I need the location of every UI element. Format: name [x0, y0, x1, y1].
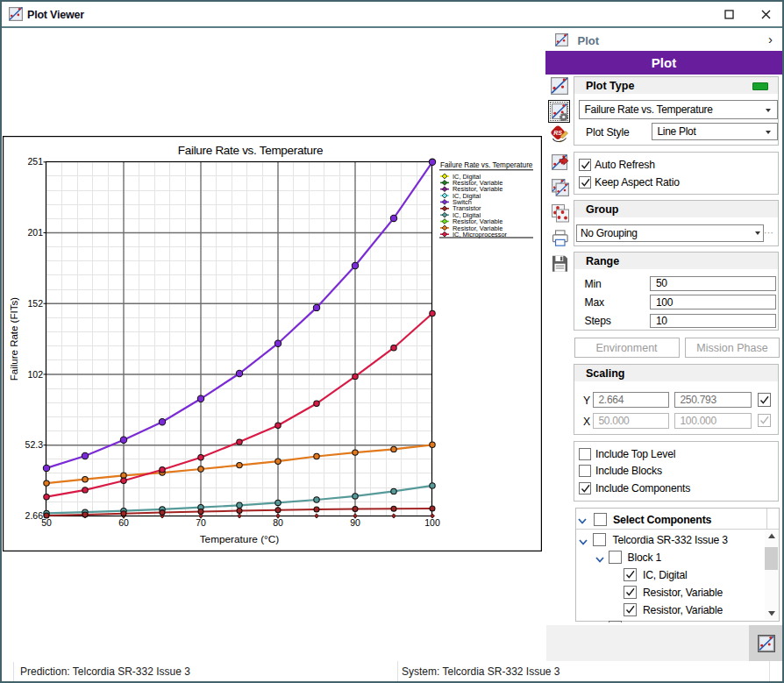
svg-text:90: 90 — [350, 517, 360, 528]
svg-text:RS: RS — [553, 130, 562, 136]
svg-text:251: 251 — [27, 156, 43, 167]
svg-text:100: 100 — [424, 517, 440, 528]
svg-text:201: 201 — [27, 227, 43, 238]
svg-text:152: 152 — [27, 298, 43, 309]
svg-text:Failure Rate (FITs): Failure Rate (FITs) — [9, 297, 19, 381]
svg-text:Failure Rate vs. Temperature: Failure Rate vs. Temperature — [178, 144, 323, 157]
svg-text:Failure Rate vs. Temperature: Failure Rate vs. Temperature — [440, 161, 533, 169]
svg-text:2.66: 2.66 — [25, 510, 44, 521]
svg-text:52.3: 52.3 — [25, 439, 44, 450]
svg-text:70: 70 — [196, 517, 206, 528]
svg-text:IC, Microprocessor: IC, Microprocessor — [453, 231, 508, 238]
svg-text:102: 102 — [27, 369, 43, 380]
svg-text:80: 80 — [273, 517, 283, 528]
svg-text:60: 60 — [118, 517, 129, 528]
svg-text:50: 50 — [41, 517, 52, 528]
svg-text:Temperature (°C): Temperature (°C) — [200, 533, 280, 545]
